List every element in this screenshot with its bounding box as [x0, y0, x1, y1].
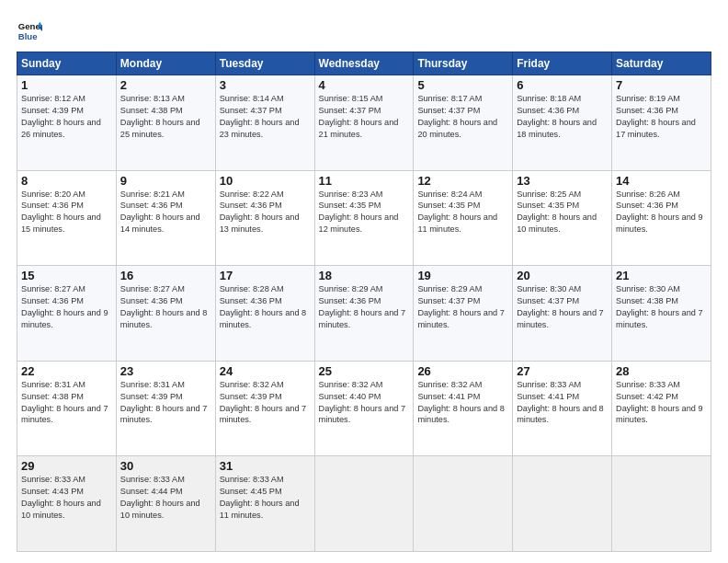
logo: General Blue [17, 18, 42, 44]
day-number: 15 [21, 269, 112, 282]
day-number: 19 [417, 269, 508, 282]
day-number: 17 [220, 269, 311, 282]
calendar-cell: 2Sunrise: 8:13 AMSunset: 4:38 PMDaylight… [116, 75, 215, 171]
cell-info: Sunrise: 8:14 AMSunset: 4:37 PMDaylight:… [220, 94, 300, 139]
calendar-cell: 29Sunrise: 8:33 AMSunset: 4:43 PMDayligh… [17, 456, 117, 552]
day-number: 22 [21, 364, 112, 378]
cell-info: Sunrise: 8:32 AMSunset: 4:39 PMDaylight:… [220, 380, 307, 425]
cell-info: Sunrise: 8:33 AMSunset: 4:44 PMDaylight:… [120, 475, 200, 520]
cell-info: Sunrise: 8:26 AMSunset: 4:36 PMDaylight:… [616, 190, 703, 235]
logo-icon: General Blue [17, 18, 42, 44]
weekday-header-monday: Monday [116, 52, 215, 75]
weekday-header-saturday: Saturday [612, 52, 711, 75]
day-number: 14 [616, 174, 707, 188]
day-number: 7 [616, 78, 707, 92]
cell-info: Sunrise: 8:33 AMSunset: 4:42 PMDaylight:… [616, 380, 703, 425]
cell-info: Sunrise: 8:25 AMSunset: 4:35 PMDaylight:… [517, 190, 597, 235]
day-number: 20 [517, 269, 608, 282]
cell-info: Sunrise: 8:12 AMSunset: 4:39 PMDaylight:… [21, 94, 101, 139]
cell-info: Sunrise: 8:20 AMSunset: 4:36 PMDaylight:… [21, 190, 101, 235]
day-number: 31 [220, 459, 311, 473]
cell-info: Sunrise: 8:32 AMSunset: 4:40 PMDaylight:… [319, 380, 406, 425]
day-number: 1 [21, 78, 112, 92]
weekday-header-friday: Friday [513, 52, 612, 75]
cell-info: Sunrise: 8:17 AMSunset: 4:37 PMDaylight:… [417, 94, 497, 139]
calendar-cell: 21Sunrise: 8:30 AMSunset: 4:38 PMDayligh… [612, 266, 711, 362]
cell-info: Sunrise: 8:33 AMSunset: 4:45 PMDaylight:… [220, 475, 300, 520]
day-number: 9 [120, 174, 211, 188]
calendar-cell: 16Sunrise: 8:27 AMSunset: 4:36 PMDayligh… [116, 266, 215, 362]
calendar-cell: 1Sunrise: 8:12 AMSunset: 4:39 PMDaylight… [17, 75, 117, 171]
calendar-cell: 5Sunrise: 8:17 AMSunset: 4:37 PMDaylight… [414, 75, 513, 171]
calendar-cell: 8Sunrise: 8:20 AMSunset: 4:36 PMDaylight… [17, 170, 117, 266]
day-number: 11 [319, 174, 410, 188]
calendar-cell: 4Sunrise: 8:15 AMSunset: 4:37 PMDaylight… [314, 75, 414, 171]
week-row-5: 29Sunrise: 8:33 AMSunset: 4:43 PMDayligh… [17, 456, 711, 552]
day-number: 3 [220, 78, 311, 92]
day-number: 4 [319, 78, 410, 92]
day-number: 6 [517, 78, 608, 92]
calendar-cell: 17Sunrise: 8:28 AMSunset: 4:36 PMDayligh… [215, 266, 314, 362]
cell-info: Sunrise: 8:15 AMSunset: 4:37 PMDaylight:… [319, 94, 399, 139]
weekday-header-tuesday: Tuesday [215, 52, 314, 75]
page: General Blue SundayMondayTuesdayWednesda… [0, 0, 728, 563]
calendar-cell: 12Sunrise: 8:24 AMSunset: 4:35 PMDayligh… [414, 170, 513, 266]
cell-info: Sunrise: 8:18 AMSunset: 4:36 PMDaylight:… [517, 94, 597, 139]
calendar-cell: 18Sunrise: 8:29 AMSunset: 4:36 PMDayligh… [314, 266, 414, 362]
day-number: 25 [319, 364, 410, 378]
weekday-header-row: SundayMondayTuesdayWednesdayThursdayFrid… [17, 52, 711, 75]
day-number: 10 [220, 174, 311, 188]
calendar-cell: 19Sunrise: 8:29 AMSunset: 4:37 PMDayligh… [414, 266, 513, 362]
day-number: 16 [120, 269, 211, 282]
calendar-cell: 31Sunrise: 8:33 AMSunset: 4:45 PMDayligh… [215, 456, 314, 552]
calendar-cell: 3Sunrise: 8:14 AMSunset: 4:37 PMDaylight… [215, 75, 314, 171]
cell-info: Sunrise: 8:33 AMSunset: 4:43 PMDaylight:… [21, 475, 101, 520]
day-number: 18 [319, 269, 410, 282]
svg-text:Blue: Blue [18, 31, 38, 41]
calendar-cell: 11Sunrise: 8:23 AMSunset: 4:35 PMDayligh… [314, 170, 414, 266]
cell-info: Sunrise: 8:31 AMSunset: 4:39 PMDaylight:… [120, 380, 208, 425]
calendar-cell: 6Sunrise: 8:18 AMSunset: 4:36 PMDaylight… [513, 75, 612, 171]
calendar-cell [612, 456, 711, 552]
day-number: 13 [517, 174, 608, 188]
calendar-cell: 15Sunrise: 8:27 AMSunset: 4:36 PMDayligh… [17, 266, 117, 362]
calendar-cell: 10Sunrise: 8:22 AMSunset: 4:36 PMDayligh… [215, 170, 314, 266]
week-row-2: 8Sunrise: 8:20 AMSunset: 4:36 PMDaylight… [17, 170, 711, 266]
calendar-cell: 22Sunrise: 8:31 AMSunset: 4:38 PMDayligh… [17, 361, 117, 456]
calendar-cell: 28Sunrise: 8:33 AMSunset: 4:42 PMDayligh… [612, 361, 711, 456]
cell-info: Sunrise: 8:29 AMSunset: 4:36 PMDaylight:… [319, 284, 406, 329]
calendar-cell: 26Sunrise: 8:32 AMSunset: 4:41 PMDayligh… [414, 361, 513, 456]
header: General Blue [17, 15, 711, 44]
calendar-cell: 7Sunrise: 8:19 AMSunset: 4:36 PMDaylight… [612, 75, 711, 171]
cell-info: Sunrise: 8:28 AMSunset: 4:36 PMDaylight:… [220, 284, 307, 329]
day-number: 26 [417, 364, 508, 378]
cell-info: Sunrise: 8:30 AMSunset: 4:37 PMDaylight:… [517, 284, 604, 329]
cell-info: Sunrise: 8:32 AMSunset: 4:41 PMDaylight:… [417, 380, 505, 425]
cell-info: Sunrise: 8:21 AMSunset: 4:36 PMDaylight:… [120, 190, 200, 235]
cell-info: Sunrise: 8:27 AMSunset: 4:36 PMDaylight:… [21, 284, 108, 329]
day-number: 8 [21, 174, 112, 188]
week-row-1: 1Sunrise: 8:12 AMSunset: 4:39 PMDaylight… [17, 75, 711, 171]
calendar-cell [314, 456, 414, 552]
cell-info: Sunrise: 8:30 AMSunset: 4:38 PMDaylight:… [616, 284, 703, 329]
calendar-cell [414, 456, 513, 552]
calendar-cell: 27Sunrise: 8:33 AMSunset: 4:41 PMDayligh… [513, 361, 612, 456]
week-row-3: 15Sunrise: 8:27 AMSunset: 4:36 PMDayligh… [17, 266, 711, 362]
calendar-cell: 20Sunrise: 8:30 AMSunset: 4:37 PMDayligh… [513, 266, 612, 362]
calendar-cell: 14Sunrise: 8:26 AMSunset: 4:36 PMDayligh… [612, 170, 711, 266]
day-number: 5 [417, 78, 508, 92]
cell-info: Sunrise: 8:23 AMSunset: 4:35 PMDaylight:… [319, 190, 399, 235]
weekday-header-thursday: Thursday [414, 52, 513, 75]
weekday-header-wednesday: Wednesday [314, 52, 414, 75]
day-number: 29 [21, 459, 112, 473]
day-number: 12 [417, 174, 508, 188]
cell-info: Sunrise: 8:27 AMSunset: 4:36 PMDaylight:… [120, 284, 208, 329]
calendar-cell: 24Sunrise: 8:32 AMSunset: 4:39 PMDayligh… [215, 361, 314, 456]
calendar-cell [513, 456, 612, 552]
cell-info: Sunrise: 8:13 AMSunset: 4:38 PMDaylight:… [120, 94, 200, 139]
cell-info: Sunrise: 8:24 AMSunset: 4:35 PMDaylight:… [417, 190, 497, 235]
calendar-cell: 23Sunrise: 8:31 AMSunset: 4:39 PMDayligh… [116, 361, 215, 456]
calendar-cell: 30Sunrise: 8:33 AMSunset: 4:44 PMDayligh… [116, 456, 215, 552]
cell-info: Sunrise: 8:22 AMSunset: 4:36 PMDaylight:… [220, 190, 300, 235]
day-number: 23 [120, 364, 211, 378]
